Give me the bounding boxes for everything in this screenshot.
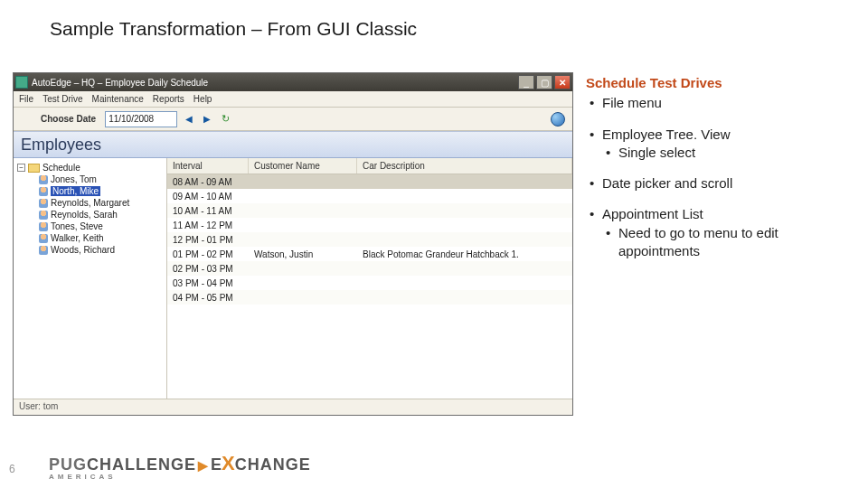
cell-interval: 10 AM - 11 AM: [167, 206, 249, 216]
app-window: AutoEdge – HQ – Employee Daily Schedule …: [13, 72, 573, 416]
cell-interval: 12 PM - 01 PM: [167, 235, 249, 245]
close-button[interactable]: ✕: [554, 75, 571, 89]
date-input[interactable]: 11/10/2008: [105, 111, 177, 127]
grid-row[interactable]: 02 PM - 03 PM: [167, 261, 572, 276]
note-file-menu: File menu: [586, 94, 857, 112]
tree-item-label: Walker, Keith: [51, 233, 104, 243]
grid-row[interactable]: 03 PM - 04 PM: [167, 276, 572, 290]
cell-interval: 01 PM - 02 PM: [167, 249, 249, 259]
tree-item[interactable]: Tones, Steve: [37, 221, 166, 232]
person-icon: [39, 222, 48, 231]
person-icon: [39, 211, 48, 220]
note-single-select: Single select: [602, 144, 857, 162]
tree-item-label: Reynolds, Margaret: [51, 198, 129, 208]
person-icon: [39, 199, 48, 208]
minimize-button[interactable]: _: [518, 75, 534, 89]
note-date-picker: Date picker and scroll: [586, 174, 857, 192]
refresh-button[interactable]: ↻: [219, 113, 231, 126]
menu-file[interactable]: File: [19, 94, 33, 104]
tree-item[interactable]: North, Mike: [37, 185, 166, 197]
app-icon: [15, 76, 28, 89]
note-treeview: Employee Tree. View Single select: [586, 126, 857, 163]
tree-item[interactable]: Reynolds, Margaret: [37, 197, 166, 209]
menu-help[interactable]: Help: [193, 94, 212, 104]
globe-icon[interactable]: [551, 112, 565, 127]
cell-interval: 08 AM - 09 AM: [167, 177, 249, 187]
person-icon: [39, 234, 48, 243]
cell-interval: 03 PM - 04 PM: [167, 278, 249, 288]
grid-row[interactable]: 09 AM - 10 AM: [167, 189, 572, 203]
person-icon: [39, 246, 48, 255]
window-title: AutoEdge – HQ – Employee Daily Schedule: [32, 78, 516, 88]
footer-logo: PUGCHALLENGE▶EXCHANGE AMERICAS: [49, 454, 311, 481]
tree-item-label: Jones, Tom: [51, 174, 97, 184]
choose-date-label: Choose Date: [41, 114, 96, 124]
cell-interval: 11 AM - 12 PM: [167, 221, 249, 230]
schedule-grid: Interval Customer Name Car Description 0…: [167, 158, 572, 399]
grid-row[interactable]: 11 AM - 12 PM: [167, 218, 572, 232]
slide-notes: Schedule Test Drives File menu Employee …: [586, 74, 857, 273]
note-appt-list: Appointment List Need to go to menu to e…: [586, 205, 857, 260]
tree-item[interactable]: Walker, Keith: [37, 232, 166, 244]
tree-root-label: Schedule: [42, 163, 80, 173]
tree-item[interactable]: Reynolds, Sarah: [37, 209, 166, 221]
grid-row[interactable]: 01 PM - 02 PMWatson, JustinBlack Potomac…: [167, 247, 572, 261]
note-edit-via-menu: Need to go to menu to edit appointments: [602, 224, 857, 261]
grid-row[interactable]: 04 PM - 05 PM: [167, 290, 572, 305]
employee-tree: − Schedule Jones, TomNorth, MikeReynolds…: [14, 158, 167, 399]
page-number: 6: [9, 463, 15, 475]
col-header-interval[interactable]: Interval: [167, 158, 249, 174]
menu-bar: File Test Drive Maintenance Reports Help: [14, 91, 572, 108]
date-prev-button[interactable]: ◀: [183, 113, 195, 126]
date-toolbar: Choose Date 11/10/2008 ◀ ▶ ↻: [14, 108, 572, 131]
col-header-car[interactable]: Car Description: [357, 158, 572, 174]
menu-test-drive[interactable]: Test Drive: [42, 94, 82, 104]
tree-item-label: Reynolds, Sarah: [51, 210, 118, 220]
window-titlebar: AutoEdge – HQ – Employee Daily Schedule …: [14, 73, 572, 91]
grid-row[interactable]: 10 AM - 11 AM: [167, 203, 572, 218]
cell-customer: Watson, Justin: [249, 249, 357, 259]
col-header-customer[interactable]: Customer Name: [249, 158, 357, 174]
cell-car: Black Potomac Grandeur Hatchback 1.: [357, 249, 572, 259]
tree-root-schedule[interactable]: − Schedule: [14, 162, 166, 174]
menu-maintenance[interactable]: Maintenance: [92, 94, 144, 104]
grid-row[interactable]: 08 AM - 09 AM: [167, 174, 572, 189]
person-icon: [39, 175, 48, 184]
cell-interval: 04 PM - 05 PM: [167, 293, 249, 303]
person-icon: [39, 187, 48, 196]
tree-item[interactable]: Woods, Richard: [37, 244, 166, 256]
employees-banner: Employees: [14, 131, 572, 158]
tree-item-label: Woods, Richard: [51, 245, 115, 255]
menu-reports[interactable]: Reports: [153, 94, 184, 104]
tree-item-label: Tones, Steve: [51, 221, 103, 231]
date-next-button[interactable]: ▶: [201, 113, 213, 126]
folder-icon: [28, 164, 40, 173]
notes-heading: Schedule Test Drives: [586, 74, 857, 92]
status-bar: User: tom: [14, 399, 572, 415]
slide-title: Sample Transformation – From GUI Classic: [50, 18, 417, 40]
maximize-button[interactable]: ▢: [536, 75, 552, 89]
cell-interval: 09 AM - 10 AM: [167, 192, 249, 202]
grid-header: Interval Customer Name Car Description: [167, 158, 572, 174]
collapse-icon[interactable]: −: [17, 164, 25, 172]
tree-item[interactable]: Jones, Tom: [37, 174, 166, 185]
tree-item-label: North, Mike: [51, 186, 100, 196]
grid-row[interactable]: 12 PM - 01 PM: [167, 232, 572, 247]
cell-interval: 02 PM - 03 PM: [167, 264, 249, 274]
